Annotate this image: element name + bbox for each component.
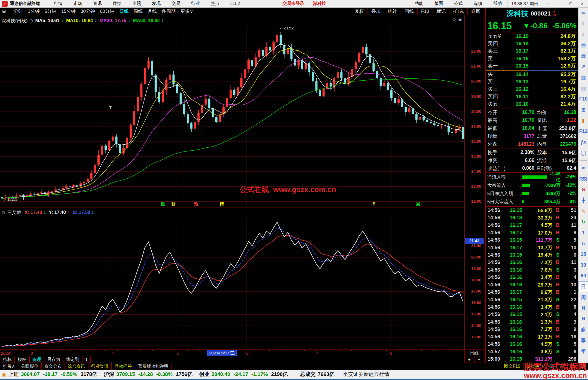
strip-period-60-icon[interactable]: 60: [578, 270, 588, 281]
index-quote[interactable]: 沪深3709.15-14.28-0.38%1756亿: [104, 371, 195, 378]
close-icon[interactable]: ×: [577, 0, 588, 8]
toolbar-button[interactable]: 复权: [351, 8, 367, 15]
bottom-tab[interactable]: 行业资讯: [88, 363, 112, 370]
strip-period-15-icon[interactable]: 15: [578, 249, 588, 260]
toolbar-button[interactable]: 统计: [384, 8, 401, 15]
window-icon[interactable]: ▣: [458, 17, 462, 22]
period-tab[interactable]: 1分钟: [25, 8, 42, 14]
timeline-axis[interactable]: 2023年3456782023/05/17/三: [0, 349, 464, 356]
event-marker[interactable]: 涨: [194, 202, 198, 207]
strip-back-icon[interactable]: ⇦: [578, 8, 588, 19]
strip-wave-lines-icon[interactable]: ≈: [578, 163, 588, 174]
menu-alert[interactable]: 交易未登录: [283, 1, 304, 7]
strip-multi-page-icon[interactable]: ▧: [578, 83, 588, 94]
strip-period-n-icon[interactable]: N: [578, 314, 588, 324]
minimize-icon[interactable]: —: [554, 0, 565, 8]
menu-item[interactable]: 专题: [132, 1, 141, 6]
strip-period-year-icon[interactable]: 年: [578, 346, 588, 357]
menu-item[interactable]: L1L2: [230, 1, 240, 6]
indicator-tab[interactable]: 指标: [0, 356, 15, 363]
strip-report-doc-icon[interactable]: ▮: [578, 115, 588, 126]
strip-period-multi-icon[interactable]: 多: [578, 324, 588, 335]
strip-period-30-icon[interactable]: 30: [578, 260, 588, 271]
strip-period-1-icon[interactable]: 1: [578, 227, 588, 238]
event-marker[interactable]: 跌: [161, 202, 166, 207]
strip-s-tool-icon[interactable]: S: [578, 184, 588, 195]
index-quote[interactable]: 上证3064.07-18.17-0.59%3178亿: [8, 371, 100, 378]
indicator-tab[interactable]: 绑定到: [63, 356, 82, 363]
event-marker[interactable]: 榜: [220, 202, 224, 207]
strip-mark-ellipse-icon[interactable]: ◯: [578, 148, 588, 159]
period-tab[interactable]: 5分钟: [42, 8, 59, 14]
toolbar-button[interactable]: F10: [417, 8, 433, 15]
period-tab[interactable]: 30分钟: [78, 8, 97, 14]
toolbar-button[interactable]: -自选: [449, 8, 467, 15]
menu-item[interactable]: 数据: [113, 1, 121, 6]
menu-item[interactable]: 选项: [473, 1, 482, 7]
strip-period-day-icon[interactable]: 日: [578, 281, 588, 292]
event-marker[interactable]: 财: [171, 202, 176, 207]
toolbar-button[interactable]: 叠加: [367, 8, 384, 15]
collapse-icon[interactable]: ⊙: [1, 210, 5, 215]
indicator-tab[interactable]: 1: [82, 356, 91, 363]
indicator-tab[interactable]: 模板: [15, 356, 29, 363]
menu-item[interactable]: 市场: [74, 1, 82, 6]
bottom-tab[interactable]: 互动问答: [112, 363, 135, 370]
menu-alert[interactable]: 深科技: [313, 1, 326, 7]
index-quote[interactable]: 创业2040.40-24.17-1.17%2190亿: [199, 371, 290, 378]
candlestick-chart[interactable]: [0, 15, 465, 208]
strip-period-quarter-icon[interactable]: 季: [578, 335, 588, 346]
strip-quote-list-icon[interactable]: ▤: [578, 40, 588, 51]
timeline-date-box[interactable]: 2023/05/17/三: [207, 350, 237, 356]
menu-item[interactable]: 热点: [211, 1, 219, 6]
bottom-tab[interactable]: 扩展∧: [0, 363, 18, 370]
menu-item[interactable]: 公式: [454, 1, 463, 7]
zoom-in-button[interactable]: +: [464, 356, 474, 363]
bottom-tab[interactable]: 图文F10: [501, 363, 523, 370]
period-tab[interactable]: 周线: [131, 8, 145, 14]
collapse-icon[interactable]: ⊙: [29, 18, 33, 24]
diamond-icon[interactable]: ◇: [452, 17, 456, 22]
strip-trend-chart-icon[interactable]: ↗: [578, 62, 588, 72]
strip-period-month-icon[interactable]: 月: [578, 303, 588, 314]
status-icon[interactable]: ▣: [2, 371, 6, 377]
strip-pencil-draw-icon[interactable]: ✎: [578, 206, 588, 217]
bottom-tab[interactable]: 资金分布: [41, 363, 65, 370]
strip-f10-info-icon[interactable]: F10: [578, 94, 588, 105]
zoom-out-button[interactable]: −: [474, 356, 484, 363]
event-marker[interactable]: $: [373, 202, 375, 206]
strip-rsi-indicator-icon[interactable]: RSI: [578, 174, 588, 185]
bottom-tab[interactable]: 普及版功能说明: [135, 363, 171, 370]
bottom-tab[interactable]: 关联报价: [18, 363, 41, 370]
period-tab[interactable]: 日线: [117, 8, 131, 14]
period-tab[interactable]: 更多∨: [178, 8, 195, 14]
toolbar-button[interactable]: 返回: [467, 8, 484, 15]
timeline-period-cell[interactable]: 日线: [464, 349, 484, 356]
menu-item[interactable]: 交易: [171, 1, 180, 6]
strip-f12-trade-icon[interactable]: F12: [578, 126, 588, 137]
strip-page-up-icon[interactable]: ⇧: [578, 19, 588, 29]
candlestick-pane[interactable]: 深科技(日线) ⊙ MA5: 16.61↓MA10: 16.84↓MA20: 1…: [0, 15, 464, 208]
menu-item[interactable]: 资讯: [93, 1, 102, 6]
toolbar-button[interactable]: 标记: [433, 8, 449, 15]
strip-structure-icon[interactable]: ⊞: [578, 105, 588, 115]
strip-page-down-icon[interactable]: ⇩: [578, 29, 588, 40]
period-tab[interactable]: 60分钟: [97, 8, 117, 14]
strip-formula-icon[interactable]: ƒx: [578, 137, 588, 148]
event-marker[interactable]: 减: [416, 202, 420, 207]
indicator-chart[interactable]: [0, 217, 465, 350]
indicator-pane[interactable]: ⊙ 三叉戟 X: 17.40↓Y: 17.40↑B: 17.50↓: [0, 208, 464, 349]
menu-item[interactable]: 帮助: [493, 1, 502, 7]
strip-crosshair-icon[interactable]: ╋: [578, 195, 588, 206]
menu-item[interactable]: 版面: [434, 1, 443, 7]
menu-item[interactable]: 行业: [191, 1, 200, 6]
indicator-tab[interactable]: 另存为: [44, 356, 63, 363]
period-tab[interactable]: 月线: [145, 8, 159, 14]
period-tab[interactable]: 分时: [11, 8, 25, 14]
menu-item[interactable]: 功能: [415, 1, 423, 7]
menu-item[interactable]: 行情: [54, 1, 63, 6]
strip-period-week-icon[interactable]: 周: [578, 292, 588, 303]
indicator-tab[interactable]: 管理: [29, 356, 44, 363]
menu-item[interactable]: 发现: [152, 1, 161, 6]
strip-period-5-icon[interactable]: 5: [578, 238, 588, 249]
